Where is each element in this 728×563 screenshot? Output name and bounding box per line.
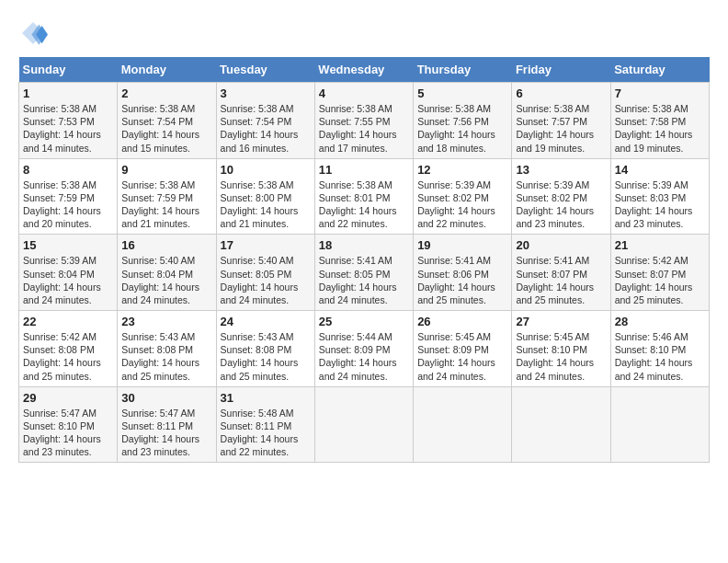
day-number: 29 — [23, 391, 113, 405]
calendar-cell: 12 Sunrise: 5:39 AMSunset: 8:02 PMDaylig… — [414, 158, 512, 235]
day-info: Sunrise: 5:41 AMSunset: 8:07 PMDaylight:… — [516, 255, 594, 305]
calendar-cell: 24 Sunrise: 5:43 AMSunset: 8:08 PMDaylig… — [216, 311, 314, 387]
calendar-cell: 3 Sunrise: 5:38 AMSunset: 7:54 PMDayligh… — [216, 83, 314, 159]
day-number: 10 — [221, 163, 311, 177]
calendar-cell — [610, 386, 709, 463]
day-number: 20 — [516, 238, 606, 252]
day-number: 14 — [615, 163, 705, 177]
day-number: 8 — [23, 163, 113, 177]
calendar-cell: 14 Sunrise: 5:39 AMSunset: 8:03 PMDaylig… — [610, 158, 709, 235]
day-info: Sunrise: 5:38 AMSunset: 7:53 PMDaylight:… — [23, 103, 101, 154]
calendar-cell: 1 Sunrise: 5:38 AMSunset: 7:53 PMDayligh… — [19, 83, 118, 159]
day-info: Sunrise: 5:39 AMSunset: 8:03 PMDaylight:… — [615, 179, 693, 230]
day-info: Sunrise: 5:43 AMSunset: 8:08 PMDaylight:… — [221, 331, 299, 382]
day-number: 17 — [221, 238, 311, 252]
calendar-week-row: 8 Sunrise: 5:38 AMSunset: 7:59 PMDayligh… — [19, 158, 710, 235]
calendar-week-row: 1 Sunrise: 5:38 AMSunset: 7:53 PMDayligh… — [19, 83, 710, 159]
calendar-week-row: 15 Sunrise: 5:39 AMSunset: 8:04 PMDaylig… — [19, 235, 710, 311]
day-info: Sunrise: 5:44 AMSunset: 8:09 PMDaylight:… — [319, 331, 397, 382]
day-info: Sunrise: 5:39 AMSunset: 8:02 PMDaylight:… — [417, 179, 495, 230]
header-day-friday: Friday — [512, 57, 610, 83]
header-day-wednesday: Wednesday — [314, 57, 413, 83]
calendar-cell: 19 Sunrise: 5:41 AMSunset: 8:06 PMDaylig… — [414, 235, 512, 311]
day-info: Sunrise: 5:41 AMSunset: 8:06 PMDaylight:… — [417, 255, 495, 305]
day-number: 28 — [615, 315, 705, 328]
day-number: 3 — [221, 86, 311, 100]
day-info: Sunrise: 5:41 AMSunset: 8:05 PMDaylight:… — [319, 255, 397, 305]
day-number: 24 — [221, 315, 311, 328]
calendar-cell — [512, 386, 610, 463]
day-info: Sunrise: 5:38 AMSunset: 7:54 PMDaylight:… — [221, 103, 299, 154]
calendar-cell: 9 Sunrise: 5:38 AMSunset: 7:59 PMDayligh… — [118, 158, 216, 235]
day-info: Sunrise: 5:38 AMSunset: 7:55 PMDaylight:… — [319, 103, 397, 154]
day-number: 9 — [121, 163, 211, 177]
day-number: 2 — [121, 86, 211, 100]
day-info: Sunrise: 5:48 AMSunset: 8:11 PMDaylight:… — [221, 408, 299, 458]
day-number: 6 — [516, 86, 606, 100]
day-info: Sunrise: 5:38 AMSunset: 7:58 PMDaylight:… — [615, 103, 693, 154]
calendar-cell: 17 Sunrise: 5:40 AMSunset: 8:05 PMDaylig… — [216, 235, 314, 311]
day-number: 15 — [23, 238, 113, 252]
calendar-week-row: 22 Sunrise: 5:42 AMSunset: 8:08 PMDaylig… — [19, 311, 710, 387]
page-header — [18, 18, 710, 48]
calendar-cell: 10 Sunrise: 5:38 AMSunset: 8:00 PMDaylig… — [216, 158, 314, 235]
day-number: 16 — [121, 238, 211, 252]
header-day-thursday: Thursday — [414, 57, 512, 83]
calendar-cell: 20 Sunrise: 5:41 AMSunset: 8:07 PMDaylig… — [512, 235, 610, 311]
logo-icon — [18, 18, 48, 48]
day-number: 27 — [516, 315, 606, 328]
calendar-cell: 25 Sunrise: 5:44 AMSunset: 8:09 PMDaylig… — [314, 311, 413, 387]
header-day-saturday: Saturday — [610, 57, 709, 83]
day-info: Sunrise: 5:38 AMSunset: 7:59 PMDaylight:… — [121, 179, 199, 230]
day-number: 13 — [516, 163, 606, 177]
day-info: Sunrise: 5:39 AMSunset: 8:04 PMDaylight:… — [23, 255, 101, 305]
day-info: Sunrise: 5:38 AMSunset: 7:56 PMDaylight:… — [417, 103, 495, 154]
day-info: Sunrise: 5:40 AMSunset: 8:05 PMDaylight:… — [221, 255, 299, 305]
day-info: Sunrise: 5:45 AMSunset: 8:09 PMDaylight:… — [417, 331, 495, 382]
calendar-cell: 7 Sunrise: 5:38 AMSunset: 7:58 PMDayligh… — [610, 83, 709, 159]
header-day-sunday: Sunday — [19, 57, 118, 83]
calendar-cell: 2 Sunrise: 5:38 AMSunset: 7:54 PMDayligh… — [118, 83, 216, 159]
day-info: Sunrise: 5:39 AMSunset: 8:02 PMDaylight:… — [516, 179, 594, 230]
day-info: Sunrise: 5:42 AMSunset: 8:08 PMDaylight:… — [23, 331, 101, 382]
day-info: Sunrise: 5:47 AMSunset: 8:10 PMDaylight:… — [23, 408, 101, 458]
day-info: Sunrise: 5:38 AMSunset: 8:01 PMDaylight:… — [319, 179, 397, 230]
day-number: 7 — [615, 86, 705, 100]
calendar-cell: 29 Sunrise: 5:47 AMSunset: 8:10 PMDaylig… — [19, 386, 118, 463]
calendar-cell — [314, 386, 413, 463]
calendar-cell: 4 Sunrise: 5:38 AMSunset: 7:55 PMDayligh… — [314, 83, 413, 159]
day-info: Sunrise: 5:45 AMSunset: 8:10 PMDaylight:… — [516, 331, 594, 382]
day-number: 25 — [319, 315, 409, 328]
day-number: 11 — [319, 163, 409, 177]
calendar-table: SundayMondayTuesdayWednesdayThursdayFrid… — [18, 57, 710, 463]
calendar-cell: 13 Sunrise: 5:39 AMSunset: 8:02 PMDaylig… — [512, 158, 610, 235]
calendar-cell: 26 Sunrise: 5:45 AMSunset: 8:09 PMDaylig… — [414, 311, 512, 387]
day-number: 4 — [319, 86, 409, 100]
day-number: 1 — [23, 86, 113, 100]
day-info: Sunrise: 5:42 AMSunset: 8:07 PMDaylight:… — [615, 255, 693, 305]
day-info: Sunrise: 5:38 AMSunset: 7:59 PMDaylight:… — [23, 179, 101, 230]
day-number: 30 — [121, 391, 211, 405]
day-info: Sunrise: 5:38 AMSunset: 7:57 PMDaylight:… — [516, 103, 594, 154]
logo — [18, 18, 50, 48]
calendar-header-row: SundayMondayTuesdayWednesdayThursdayFrid… — [19, 57, 710, 83]
calendar-cell: 31 Sunrise: 5:48 AMSunset: 8:11 PMDaylig… — [216, 386, 314, 463]
calendar-week-row: 29 Sunrise: 5:47 AMSunset: 8:10 PMDaylig… — [19, 386, 710, 463]
day-number: 12 — [417, 163, 507, 177]
calendar-cell: 22 Sunrise: 5:42 AMSunset: 8:08 PMDaylig… — [19, 311, 118, 387]
calendar-cell: 30 Sunrise: 5:47 AMSunset: 8:11 PMDaylig… — [118, 386, 216, 463]
calendar-cell: 8 Sunrise: 5:38 AMSunset: 7:59 PMDayligh… — [19, 158, 118, 235]
calendar-cell: 11 Sunrise: 5:38 AMSunset: 8:01 PMDaylig… — [314, 158, 413, 235]
day-info: Sunrise: 5:40 AMSunset: 8:04 PMDaylight:… — [121, 255, 199, 305]
day-info: Sunrise: 5:38 AMSunset: 7:54 PMDaylight:… — [121, 103, 199, 154]
header-day-monday: Monday — [118, 57, 216, 83]
calendar-cell: 18 Sunrise: 5:41 AMSunset: 8:05 PMDaylig… — [314, 235, 413, 311]
day-number: 19 — [417, 238, 507, 252]
day-info: Sunrise: 5:46 AMSunset: 8:10 PMDaylight:… — [615, 331, 693, 382]
calendar-cell: 6 Sunrise: 5:38 AMSunset: 7:57 PMDayligh… — [512, 83, 610, 159]
calendar-cell: 16 Sunrise: 5:40 AMSunset: 8:04 PMDaylig… — [118, 235, 216, 311]
header-day-tuesday: Tuesday — [216, 57, 314, 83]
day-number: 23 — [121, 315, 211, 328]
calendar-cell — [414, 386, 512, 463]
day-number: 5 — [417, 86, 507, 100]
